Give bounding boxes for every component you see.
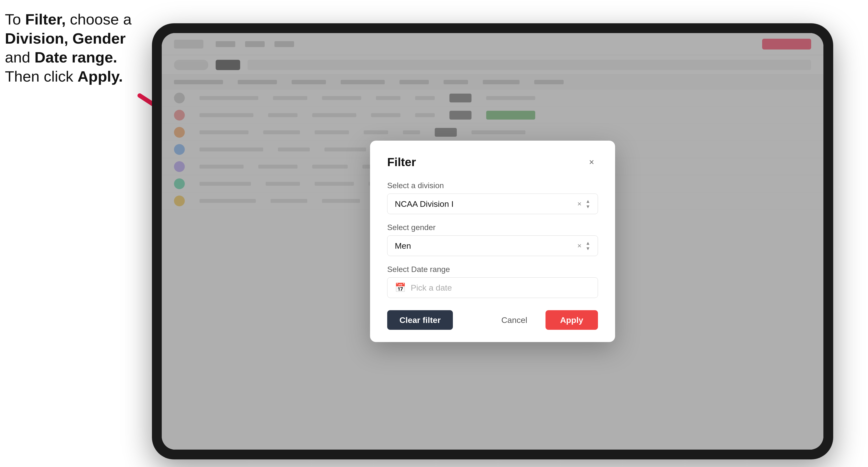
gender-arrows: ▲ ▼ <box>585 241 590 251</box>
date-range-field: Select Date range 📅 Pick a date <box>387 265 598 298</box>
apply-button[interactable]: Apply <box>546 310 598 330</box>
tablet-screen: Filter × Select a division NCAA Division… <box>162 33 824 449</box>
gender-select[interactable]: Men × ▲ ▼ <box>387 236 598 256</box>
modal-title: Filter <box>387 155 416 169</box>
arrow-down-icon: ▼ <box>585 204 590 209</box>
gender-clear-icon[interactable]: × <box>577 242 582 250</box>
date-range-label: Select Date range <box>387 265 598 274</box>
division-clear-icon[interactable]: × <box>577 200 582 208</box>
instruction-line3: and Date range. <box>5 49 117 66</box>
instruction-line4: Then click Apply. <box>5 68 123 85</box>
division-select[interactable]: NCAA Division I × ▲ ▼ <box>387 193 598 214</box>
division-arrows: ▲ ▼ <box>585 199 590 209</box>
division-value: NCAA Division I <box>395 199 454 209</box>
division-label: Select a division <box>387 181 598 190</box>
bold-apply: Apply. <box>78 68 123 85</box>
tablet-frame: Filter × Select a division NCAA Division… <box>152 23 833 459</box>
cancel-button[interactable]: Cancel <box>489 310 539 330</box>
gender-value: Men <box>395 241 411 251</box>
date-range-input[interactable]: 📅 Pick a date <box>387 277 598 298</box>
modal-header: Filter × <box>387 155 598 169</box>
gender-arrow-up-icon: ▲ <box>585 241 590 246</box>
filter-modal: Filter × Select a division NCAA Division… <box>370 141 615 342</box>
clear-filter-button[interactable]: Clear filter <box>387 310 453 330</box>
gender-select-controls: × ▲ ▼ <box>577 241 590 251</box>
division-select-controls: × ▲ ▼ <box>577 199 590 209</box>
modal-footer-right: Cancel Apply <box>489 310 598 330</box>
bold-date-range: Date range. <box>35 49 117 66</box>
instruction-line1: To Filter, choose a <box>5 11 132 28</box>
gender-arrow-down-icon: ▼ <box>585 246 590 251</box>
gender-label: Select gender <box>387 223 598 232</box>
date-placeholder: Pick a date <box>411 283 452 292</box>
modal-close-button[interactable]: × <box>585 156 598 168</box>
modal-footer: Clear filter Cancel Apply <box>387 310 598 330</box>
bold-filter: Filter, <box>25 11 66 28</box>
instruction-block: To Filter, choose a Division, Gender and… <box>5 10 142 86</box>
modal-overlay: Filter × Select a division NCAA Division… <box>162 33 824 449</box>
gender-field: Select gender Men × ▲ ▼ <box>387 223 598 256</box>
bold-division-gender: Division, Gender <box>5 30 126 47</box>
division-field: Select a division NCAA Division I × ▲ ▼ <box>387 181 598 214</box>
calendar-icon: 📅 <box>395 282 406 293</box>
arrow-up-icon: ▲ <box>585 199 590 204</box>
